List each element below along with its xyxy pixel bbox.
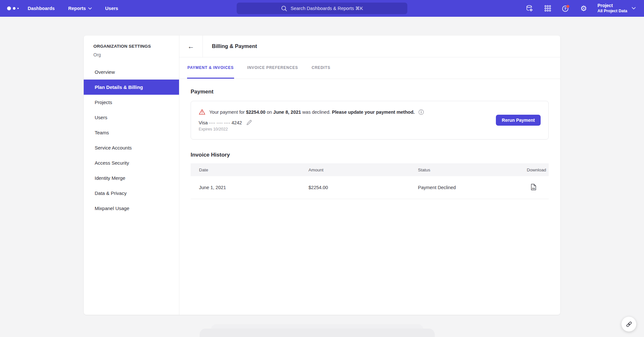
nav-dashboards[interactable]: Dashboards (28, 6, 55, 11)
sidebar-item-access-security[interactable]: Access Security (84, 155, 179, 170)
svg-text:?: ? (564, 7, 566, 11)
download-pdf-button[interactable]: PDF (531, 184, 536, 191)
search-icon (281, 5, 287, 12)
content-body: Payment Your payment for $2254.00 on Jun… (179, 79, 560, 315)
alert-date: June 8, 2021 (273, 110, 301, 115)
pdf-file-icon: PDF (531, 184, 536, 190)
help-button[interactable]: ? (562, 4, 570, 13)
tab-payment-invoices[interactable]: PAYMENT & INVOICES (187, 57, 234, 79)
col-download: Download (510, 163, 549, 176)
back-button[interactable]: ← (179, 35, 203, 57)
logo-dot (13, 7, 15, 10)
sidebar-item-plan-details-billing[interactable]: Plan Details & Billing (84, 80, 179, 95)
sidebar-item-service-accounts[interactable]: Service Accounts (84, 140, 179, 155)
project-switcher[interactable]: Project All Project Data (598, 3, 636, 14)
project-name: All Project Data (598, 9, 627, 14)
card-expiry: Expires 10/2022 (199, 127, 541, 131)
settings-button[interactable]: ⚙ (580, 4, 588, 13)
grid-icon (544, 5, 552, 12)
svg-text:PDF: PDF (532, 188, 535, 189)
chevron-down-icon (88, 7, 92, 10)
apps-grid-button[interactable] (544, 4, 552, 13)
content-header: ← Billing & Payment (179, 35, 560, 57)
gear-icon: ⚙ (580, 5, 587, 12)
sidebar-item-overview[interactable]: Overview (84, 64, 179, 80)
nav-reports[interactable]: Reports (68, 6, 92, 11)
top-navbar: Dashboards Reports Users Search Dashboar… (0, 0, 644, 17)
project-switcher-text: Project All Project Data (598, 3, 627, 14)
logo-dot (7, 6, 11, 10)
database-gear-icon (526, 5, 534, 13)
sidebar-item-teams[interactable]: Teams (84, 125, 179, 140)
card-on-file: Visa ···· ···· ···· 4242 (199, 120, 541, 126)
page-title: Billing & Payment (203, 43, 257, 49)
alert-text-2: on (265, 110, 273, 115)
alert-amount: $2254.00 (246, 110, 265, 115)
search-placeholder: Search Dashboards & Reports ⌘K (291, 6, 363, 11)
sidebar-title: ORGANIZATION SETTINGS (93, 44, 179, 49)
invoice-history-title: Invoice History (191, 152, 549, 158)
sidebar-item-identity-merge[interactable]: Identity Merge (84, 170, 179, 186)
nav-users-label: Users (105, 6, 118, 11)
nav-reports-label: Reports (68, 6, 86, 11)
tab-credits[interactable]: CREDITS (311, 57, 331, 79)
help-icon: ? (562, 5, 570, 13)
invoice-table-header: Date Amount Status Download (191, 163, 549, 176)
navbar-right: ? ⚙ Project All Project Data (526, 3, 636, 14)
sidebar-item-data-privacy[interactable]: Data & Privacy (84, 186, 179, 201)
mixpanel-logo[interactable] (7, 6, 19, 10)
invoice-row: June 1, 2021 $2254.00 Payment Declined P… (191, 176, 549, 199)
copy-link-fab[interactable] (621, 317, 636, 332)
data-management-button[interactable] (526, 4, 534, 13)
payment-section-title: Payment (191, 89, 549, 95)
card-number: Visa ···· ···· ···· 4242 (199, 120, 242, 125)
org-settings-sidebar: ORGANIZATION SETTINGS Org Overview Plan … (84, 35, 179, 315)
tab-invoice-preferences[interactable]: INVOICE PREFERENCES (247, 57, 298, 79)
primary-nav: Dashboards Reports Users (28, 6, 132, 11)
col-status: Status (410, 163, 510, 176)
invoice-date: June 1, 2021 (191, 176, 300, 199)
rerun-payment-button[interactable]: Rerun Payment (496, 115, 541, 126)
settings-panel: ORGANIZATION SETTINGS Org Overview Plan … (84, 35, 560, 315)
alert-text-1: Your payment for (209, 110, 246, 115)
edit-card-button[interactable] (246, 120, 252, 126)
nav-dashboards-label: Dashboards (28, 6, 55, 11)
info-icon[interactable] (418, 109, 424, 115)
back-arrow-icon: ← (188, 43, 194, 50)
col-date: Date (191, 163, 300, 176)
sidebar-item-projects[interactable]: Projects (84, 95, 179, 110)
alert-text-3: was declined. (301, 110, 332, 115)
pencil-icon (246, 120, 252, 126)
chevron-down-icon (632, 7, 636, 10)
invoice-table: Date Amount Status Download June 1, 2021… (191, 163, 549, 199)
col-amount: Amount (300, 163, 410, 176)
invoice-download-cell: PDF (510, 176, 549, 199)
link-icon (625, 321, 633, 328)
search-input[interactable]: Search Dashboards & Reports ⌘K (237, 3, 407, 14)
warning-icon (199, 109, 205, 115)
invoice-amount: $2254.00 (300, 176, 410, 199)
project-label: Project (598, 3, 627, 9)
alert-text-4: Please update your payment method. (332, 110, 415, 115)
sidebar-nav: Overview Plan Details & Billing Projects… (84, 64, 179, 216)
sidebar-item-mixpanel-usage[interactable]: Mixpanel Usage (84, 201, 179, 216)
logo-dot (17, 8, 19, 9)
billing-content: ← Billing & Payment PAYMENT & INVOICES I… (179, 35, 560, 315)
org-name: Org (93, 52, 179, 57)
toast-peek (200, 329, 435, 337)
billing-tabs: PAYMENT & INVOICES INVOICE PREFERENCES C… (179, 57, 560, 79)
invoice-status: Payment Declined (410, 176, 510, 199)
payment-alert-card: Your payment for $2254.00 on June 8, 202… (191, 101, 549, 140)
sidebar-item-users[interactable]: Users (84, 110, 179, 125)
declined-alert-text: Your payment for $2254.00 on June 8, 202… (209, 110, 415, 115)
declined-alert: Your payment for $2254.00 on June 8, 202… (199, 109, 541, 115)
nav-users[interactable]: Users (105, 6, 118, 11)
